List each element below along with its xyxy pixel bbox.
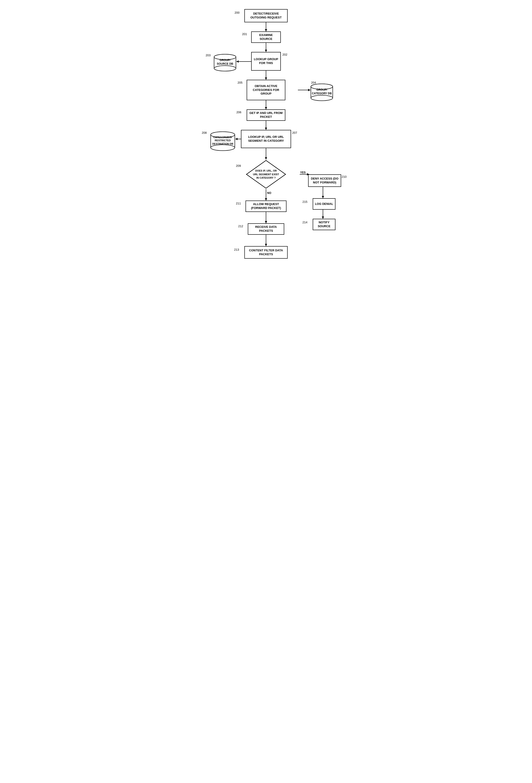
- svg-marker-15: [235, 138, 237, 140]
- ref-213: 213: [234, 248, 239, 251]
- ref-203: 203: [206, 54, 211, 57]
- node-205: OBTAIN ACTIVE CATEGORIES FOR GROUP: [247, 80, 285, 100]
- svg-marker-13: [265, 128, 267, 130]
- node-207: LOOKUP IP, URL OR URL SEGMENT IN CATEGOR…: [241, 130, 291, 148]
- node-203: GROUP/ SOURCE DB: [213, 54, 236, 72]
- node-202: LOOKUP GROUP FOR THIS: [251, 52, 281, 71]
- svg-marker-23: [322, 217, 324, 219]
- svg-marker-17: [265, 157, 267, 159]
- ref-208: 208: [202, 131, 207, 134]
- svg-point-40: [311, 95, 333, 101]
- ref-206: 206: [236, 111, 241, 114]
- svg-marker-25: [265, 198, 267, 200]
- yes-label: YES: [300, 171, 306, 174]
- node-213: CONTENT FILTER DATA PACKETS: [244, 246, 288, 259]
- svg-marker-21: [322, 196, 324, 198]
- svg-marker-7: [265, 77, 267, 80]
- no-label: NO: [267, 191, 271, 195]
- node-214: NOTIFY SOURCE: [313, 219, 335, 230]
- node-212: RECEIVE DATA PACKETS: [248, 223, 284, 235]
- node-209: DOES IP, URL, OR URL SEGMENT EXIST IN CA…: [245, 159, 287, 189]
- node-208: CATEGORIZED/ RESTRICTED DESTINATION DB: [210, 131, 235, 152]
- svg-marker-29: [265, 244, 267, 246]
- node-201: EXAMINE SOURCE: [251, 31, 281, 43]
- svg-marker-9: [308, 89, 310, 91]
- svg-marker-1: [265, 29, 267, 31]
- ref-215: 215: [302, 200, 307, 203]
- ref-205: 205: [237, 81, 242, 84]
- svg-marker-27: [265, 221, 267, 223]
- ref-201: 201: [242, 32, 247, 36]
- ref-202: 202: [282, 53, 288, 56]
- svg-marker-11: [265, 107, 267, 109]
- ref-200: 200: [235, 11, 240, 14]
- svg-point-34: [214, 66, 236, 71]
- ref-209: 209: [236, 164, 241, 167]
- node-200: DETECT/RECEIVE OUTGOING REQUEST: [244, 9, 288, 22]
- node-215: LOG DENIAL: [313, 198, 335, 210]
- node-206: GET IP AND URL FROM PACKET: [247, 109, 285, 121]
- node-211: ALLOW REQUEST (FORWARD PACKET): [245, 200, 287, 212]
- ref-207: 207: [292, 131, 297, 134]
- node-210: DENY ACCESS (DO NOT FORWARD): [308, 174, 341, 187]
- ref-212: 212: [238, 224, 243, 228]
- ref-214: 214: [302, 221, 307, 224]
- svg-marker-3: [265, 50, 267, 52]
- ref-211: 211: [236, 202, 241, 205]
- node-204: GROUP/ CATEGORY DB: [310, 83, 333, 101]
- svg-marker-5: [236, 60, 239, 63]
- ref-210: 210: [342, 175, 346, 179]
- ref-204: 204: [311, 81, 316, 84]
- svg-point-46: [211, 145, 235, 151]
- diagram-container: DETECT/RECEIVE OUTGOING REQUEST 200 EXAM…: [186, 5, 346, 438]
